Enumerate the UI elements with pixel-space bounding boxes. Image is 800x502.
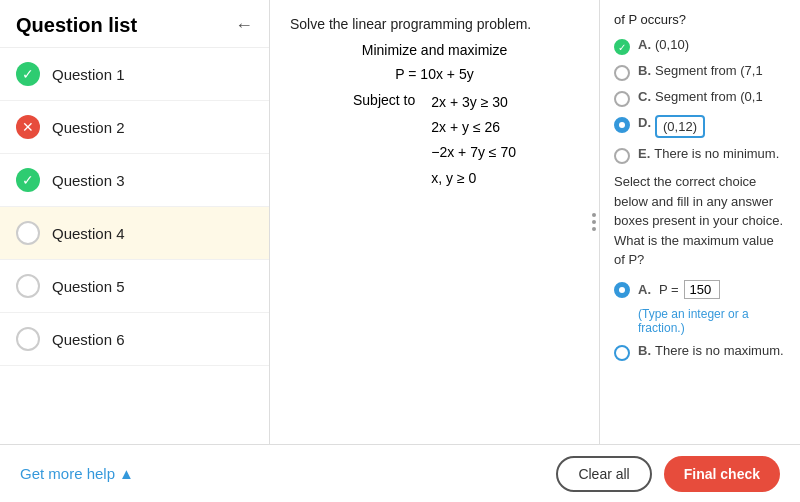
question2-label: Question 2 (52, 119, 125, 136)
sub-option-b[interactable]: B. There is no maximum. (614, 343, 786, 361)
footer: Get more help ▲ Clear all Final check (0, 444, 800, 502)
question4-label: Question 4 (52, 225, 125, 242)
sidebar: Question list ← ✓ Question 1 ✕ Question … (0, 0, 270, 444)
sub-radio-a[interactable] (614, 282, 630, 298)
sidebar-header: Question list ← (0, 0, 269, 48)
eq2: 2x + y ≤ 26 (431, 115, 516, 140)
sidebar-item-question6[interactable]: Question 6 (0, 313, 269, 366)
right-question-text: of P occurs? (614, 12, 786, 27)
status-icon-q6 (16, 327, 40, 351)
drag-dot (592, 220, 596, 224)
radio-a[interactable] (614, 39, 630, 55)
problem-title: Solve the linear programming problem. (290, 16, 579, 32)
radio-e[interactable] (614, 148, 630, 164)
subject-to-label: Subject to (353, 90, 415, 108)
sub-option-b-key: B. (638, 343, 651, 358)
sub-radio-b[interactable] (614, 345, 630, 361)
select-choice-text: Select the correct choice below and fill… (614, 172, 786, 270)
radio-d[interactable] (614, 117, 630, 133)
subject-to-row: Subject to 2x + 3y ≥ 30 2x + y ≤ 26 −2x … (290, 90, 579, 191)
option-b-label: B. (638, 63, 651, 78)
option-a-text: (0,10) (655, 37, 689, 52)
eq1: 2x + 3y ≥ 30 (431, 90, 516, 115)
objective-function: P = 10x + 5y (290, 66, 579, 82)
minimize-label: Minimize and maximize (290, 42, 579, 58)
middle-panel: Solve the linear programming problem. Mi… (270, 0, 600, 444)
clear-all-button[interactable]: Clear all (556, 456, 651, 492)
question3-label: Question 3 (52, 172, 125, 189)
sub-option-a[interactable]: A. P = (614, 280, 786, 299)
option-a-label: A. (638, 37, 651, 52)
get-help-label: Get more help (20, 465, 115, 482)
panel-resize-handle[interactable] (589, 213, 599, 231)
equations: 2x + 3y ≥ 30 2x + y ≤ 26 −2x + 7y ≤ 70 x… (431, 90, 516, 191)
sidebar-item-question2[interactable]: ✕ Question 2 (0, 101, 269, 154)
sidebar-item-question1[interactable]: ✓ Question 1 (0, 48, 269, 101)
sub-option-b-text: There is no maximum. (655, 343, 784, 358)
status-icon-q1: ✓ (16, 62, 40, 86)
question6-label: Question 6 (52, 331, 125, 348)
main-content: Question list ← ✓ Question 1 ✕ Question … (0, 0, 800, 444)
type-hint: (Type an integer or a fraction.) (638, 307, 786, 335)
option-e-text: There is no minimum. (654, 146, 779, 161)
radio-c[interactable] (614, 91, 630, 107)
eq4: x, y ≥ 0 (431, 166, 516, 191)
question1-label: Question 1 (52, 66, 125, 83)
radio-b[interactable] (614, 65, 630, 81)
option-c-label: C. (638, 89, 651, 104)
get-help-arrow: ▲ (119, 465, 134, 482)
sidebar-item-question3[interactable]: ✓ Question 3 (0, 154, 269, 207)
option-a[interactable]: A. (0,10) (614, 37, 786, 55)
option-b[interactable]: B. Segment from (7,1 (614, 63, 786, 81)
right-panel: of P occurs? A. (0,10) B. Segment from (… (600, 0, 800, 444)
status-icon-q2: ✕ (16, 115, 40, 139)
option-b-text: Segment from (7,1 (655, 63, 763, 78)
option-d[interactable]: D. (0,12) (614, 115, 786, 138)
status-icon-q3: ✓ (16, 168, 40, 192)
back-icon[interactable]: ← (235, 15, 253, 36)
sidebar-item-question5[interactable]: Question 5 (0, 260, 269, 313)
sidebar-item-question4[interactable]: Question 4 (0, 207, 269, 260)
option-d-label: D. (638, 115, 651, 130)
option-c-text: Segment from (0,1 (655, 89, 763, 104)
option-c[interactable]: C. Segment from (0,1 (614, 89, 786, 107)
p-equals-label: P = (659, 282, 679, 297)
option-e-label: E. (638, 146, 650, 161)
eq3: −2x + 7y ≤ 70 (431, 140, 516, 165)
get-more-help-button[interactable]: Get more help ▲ (20, 465, 134, 482)
drag-dot (592, 213, 596, 217)
sub-option-a-key: A. (638, 282, 651, 297)
footer-right: Clear all Final check (556, 456, 780, 492)
p-value-input[interactable] (684, 280, 720, 299)
drag-dot (592, 227, 596, 231)
final-check-button[interactable]: Final check (664, 456, 780, 492)
option-e[interactable]: E. There is no minimum. (614, 146, 786, 164)
status-icon-q4 (16, 221, 40, 245)
math-section: Minimize and maximize P = 10x + 5y (290, 42, 579, 82)
status-icon-q5 (16, 274, 40, 298)
sidebar-title: Question list (16, 14, 137, 37)
sub-option-a-content: A. P = (638, 280, 722, 299)
option-d-text: (0,12) (655, 115, 705, 138)
question5-label: Question 5 (52, 278, 125, 295)
